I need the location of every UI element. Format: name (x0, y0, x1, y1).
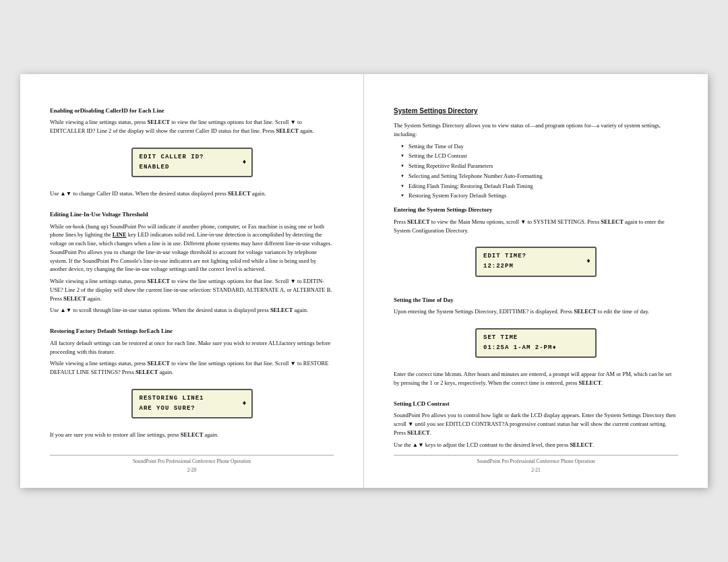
caller-id-display-line2: ENABLED (140, 163, 245, 172)
factory-reset-display-line2: ARE YOU SURE? (140, 404, 245, 413)
time-of-day-para-2: Enter the correct time hh:mm. After hour… (394, 370, 678, 387)
entering-system-para-1: Press SELECT to view the Main Menu optio… (394, 218, 678, 235)
page-spread: Enabling orDisabling CallerID for Each L… (20, 74, 708, 489)
entering-system-display-line2: 12:22PM (483, 262, 588, 271)
bullet-item-1: Setting the Time of Day (400, 142, 678, 151)
caller-id-heading: Enabling orDisabling CallerID for Each L… (50, 106, 334, 115)
voltage-para-1: While on-hook (hung up) SoundPoint Pro w… (50, 222, 334, 274)
voltage-heading: Editing Line-In-Use Voltage Threshold (50, 210, 334, 219)
factory-reset-para-3: If you are sure you wish to restore all … (50, 431, 334, 439)
caller-id-display-line1: EDIT CALLER ID? (140, 153, 245, 162)
caller-id-para-1: While viewing a line settings status, pr… (50, 118, 334, 135)
caller-id-para-2: Use ▲▼ to change Caller ID status. When … (50, 189, 334, 198)
system-settings-intro: The System Settings Directory allows you… (394, 121, 678, 139)
voltage-para-2: While viewing a line settings status, pr… (50, 277, 334, 303)
right-page-number: 2-21 (394, 467, 678, 474)
factory-reset-para-2: While viewing a line settings status, pr… (50, 359, 334, 377)
left-page-number: 2-20 (50, 467, 334, 474)
system-settings-heading: System Settings Directory (394, 106, 678, 117)
bullet-item-4: Selecting and Setting Telephone Number A… (400, 172, 678, 181)
bullet-item-3: Setting Repetitive Redial Parameters (400, 162, 678, 170)
right-page-footer: SoundPoint Pro Professional Conference P… (394, 455, 678, 475)
section-caller-id: Enabling orDisabling CallerID for Each L… (50, 106, 334, 198)
entering-system-display-arrow: ♦ (586, 257, 591, 267)
bullet-item-2: Setting the LCD Contrast (400, 152, 678, 160)
factory-reset-display-arrow: ♦ (242, 399, 247, 409)
factory-reset-heading: Restoring Factory Default Settings forEa… (50, 327, 334, 336)
entering-system-display-wrapper: EDIT TIME? 12:22PM ♦ (394, 240, 678, 283)
time-of-day-display-line2: 01:25A 1-AM 2-PM♦ (483, 344, 588, 352)
left-page: Enabling orDisabling CallerID for Each L… (20, 74, 364, 489)
entering-system-display-line1: EDIT TIME? (483, 252, 588, 261)
section-time-of-day: Setting the Time of Day Upon entering th… (394, 296, 678, 387)
system-settings-bullets: Setting the Time of Day Setting the LCD … (394, 142, 678, 201)
factory-reset-para-1: All factory default settings can be rest… (50, 339, 334, 356)
section-lcd-contrast: Setting LCD Contrast SoundPoint Pro allo… (394, 400, 678, 449)
caller-id-display-arrow: ♦ (242, 158, 247, 168)
section-factory-reset: Restoring Factory Default Settings forEa… (50, 327, 334, 439)
entering-system-display: EDIT TIME? 12:22PM ♦ (475, 247, 597, 276)
factory-reset-display: RESTORING LINE1 ARE YOU SURE? ♦ (131, 389, 253, 418)
left-footer-text: SoundPoint Pro Professional Conference P… (50, 458, 334, 466)
time-of-day-display-wrapper: SET TIME 01:25A 1-AM 2-PM♦ (394, 321, 678, 365)
bullet-item-6: Restoring System Factory Default Setting… (400, 191, 678, 200)
caller-id-display: EDIT CALLER ID? ENABLED ♦ (131, 148, 253, 177)
lcd-contrast-heading: Setting LCD Contrast (394, 400, 678, 408)
factory-reset-display-wrapper: RESTORING LINE1 ARE YOU SURE? ♦ (50, 382, 334, 425)
right-page: System Settings Directory The System Set… (364, 74, 708, 489)
bullet-item-5: Editing Flash Timing; Restoring Default … (400, 182, 678, 191)
time-of-day-heading: Setting the Time of Day (394, 296, 678, 305)
entering-system-heading: Entering the System Settings Directory (394, 206, 678, 214)
time-of-day-para-1: Upon entering the System Settings Direct… (394, 307, 678, 316)
voltage-para-3: Use ▲▼ to scroll through line-in-use sta… (50, 306, 334, 315)
right-footer-text: SoundPoint Pro Professional Conference P… (394, 458, 678, 466)
time-of-day-display: SET TIME 01:25A 1-AM 2-PM♦ (475, 328, 597, 358)
section-entering-system: Entering the System Settings Directory P… (394, 206, 678, 283)
section-voltage: Editing Line-In-Use Voltage Threshold Wh… (50, 210, 334, 315)
left-page-footer: SoundPoint Pro Professional Conference P… (50, 455, 334, 475)
time-of-day-display-line1: SET TIME (483, 334, 588, 342)
caller-id-display-wrapper: EDIT CALLER ID? ENABLED ♦ (50, 141, 334, 184)
factory-reset-display-line1: RESTORING LINE1 (140, 394, 245, 403)
lcd-contrast-para-2: Use the ▲▼ keys to adjust the LCD contra… (394, 441, 678, 449)
lcd-contrast-para-1: SoundPoint Pro allows you to control how… (394, 411, 678, 437)
